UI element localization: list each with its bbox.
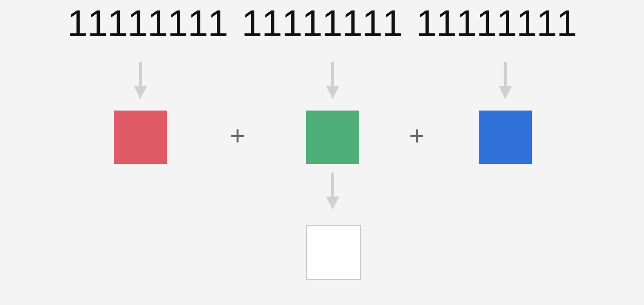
arrow-down-icon [324, 61, 341, 102]
swatch-result [306, 225, 361, 280]
svg-marker-1 [134, 86, 147, 99]
byte-red: 11111111 [67, 5, 227, 42]
swatch-green [306, 111, 359, 164]
svg-marker-5 [499, 86, 512, 99]
byte-blue: 11111111 [416, 5, 576, 42]
svg-marker-7 [326, 197, 339, 210]
svg-marker-3 [326, 86, 339, 99]
binary-row: 11111111 11111111 11111111 [0, 5, 644, 42]
swatch-blue [479, 111, 532, 164]
rgb-diagram: 11111111 11111111 11111111 + + [0, 0, 644, 305]
arrow-down-icon [324, 172, 341, 213]
plus-icon: + [230, 123, 245, 149]
byte-green: 11111111 [242, 5, 402, 42]
arrow-down-icon [132, 61, 149, 102]
plus-icon: + [409, 123, 424, 149]
swatch-red [114, 111, 167, 164]
arrow-down-icon [497, 61, 513, 102]
